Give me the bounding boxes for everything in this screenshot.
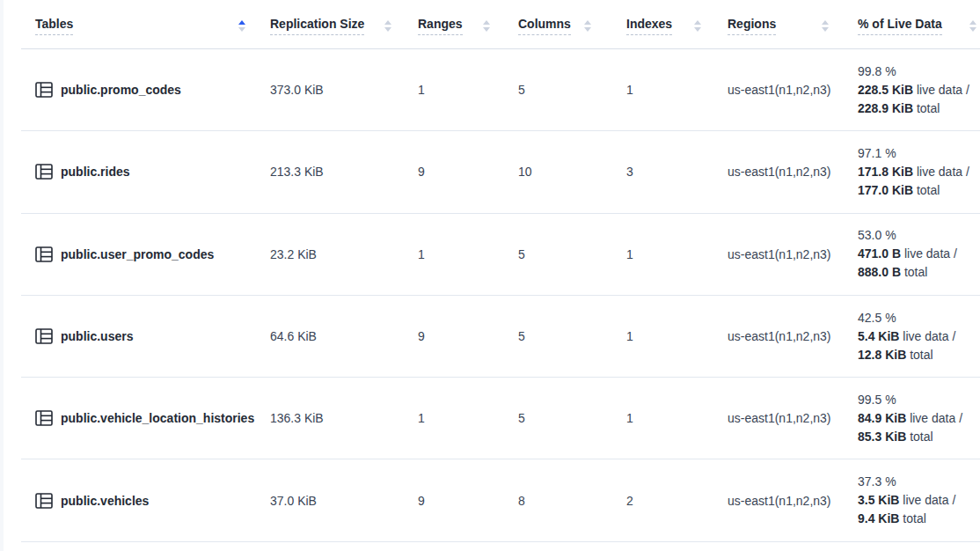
column-header-indexes[interactable]: Indexes: [603, 4, 713, 48]
sort-carets: [694, 20, 701, 32]
column-header-columns[interactable]: Columns: [501, 4, 603, 48]
total-size-value: 888.0 B: [858, 265, 901, 279]
table-grid-icon: [35, 246, 53, 262]
total-suffix: total: [904, 265, 927, 279]
live-data-cell: 99.5 % 84.9 KiB live data / 85.3 KiB tot…: [840, 391, 980, 446]
table-row: public.promo_codes 373.0 KiB 1 5 1 us-ea…: [21, 49, 980, 131]
columns-cell: 5: [501, 83, 603, 97]
columns-cell: 5: [501, 247, 603, 261]
table-name-cell[interactable]: public.user_promo_codes: [21, 246, 257, 262]
sort-asc-icon: [969, 20, 976, 25]
live-data-percent: 42.5 %: [858, 309, 980, 327]
total-size-value: 177.0 KiB: [858, 183, 913, 197]
table-grid-icon: [35, 328, 53, 344]
live-data-suffix: live data /: [903, 493, 955, 507]
table-name-link[interactable]: public.users: [61, 329, 133, 343]
table-row: public.user_promo_codes 23.2 KiB 1 5 1 u…: [21, 214, 980, 296]
ranges-cell: 1: [403, 411, 501, 425]
live-data-percent: 99.8 %: [858, 62, 980, 81]
total-size-value: 9.4 KiB: [858, 511, 899, 525]
live-data-size-line: 471.0 B live data /: [858, 245, 980, 263]
table-name-cell[interactable]: public.vehicle_location_histories: [21, 410, 257, 426]
regions-cell: us-east1(n1,n2,n3): [713, 411, 840, 425]
ranges-cell: 1: [403, 83, 501, 97]
live-data-cell: 42.5 % 5.4 KiB live data / 12.8 KiB tota…: [840, 309, 980, 364]
sort-asc-icon: [694, 20, 701, 25]
total-size-line: 85.3 KiB total: [858, 428, 980, 446]
total-suffix: total: [917, 101, 940, 115]
sort-asc-icon: [384, 20, 391, 25]
total-size-line: 9.4 KiB total: [858, 510, 980, 528]
replication-size-cell: 213.3 KiB: [257, 165, 403, 179]
table-row: public.vehicles 37.0 KiB 9 8 2 us-east1(…: [21, 459, 980, 541]
table-row: public.rides 213.3 KiB 9 10 3 us-east1(n…: [21, 131, 980, 213]
live-data-percent: 53.0 %: [858, 226, 980, 245]
live-data-percent: 99.5 %: [858, 391, 980, 409]
live-data-cell: 37.3 % 3.5 KiB live data / 9.4 KiB total: [840, 473, 980, 528]
column-header-regions[interactable]: Regions: [713, 4, 840, 48]
sort-carets: [384, 20, 391, 32]
column-header-columns-label: Columns: [518, 17, 571, 35]
sort-desc-icon: [822, 27, 829, 32]
live-data-cell: 99.8 % 228.5 KiB live data / 228.9 KiB t…: [840, 62, 980, 118]
table-name-link[interactable]: public.vehicle_location_histories: [61, 411, 254, 425]
table-name-link[interactable]: public.user_promo_codes: [61, 247, 214, 261]
total-size-value: 12.8 KiB: [858, 348, 906, 362]
indexes-cell: 1: [603, 411, 713, 425]
regions-cell: us-east1(n1,n2,n3): [713, 494, 840, 508]
sort-desc-icon: [483, 27, 490, 32]
sort-desc-icon: [584, 27, 591, 32]
sort-carets: [584, 20, 591, 32]
live-data-cell: 53.0 % 471.0 B live data / 888.0 B total: [840, 226, 980, 282]
sort-desc-icon: [694, 27, 701, 32]
regions-cell: us-east1(n1,n2,n3): [713, 329, 840, 343]
indexes-cell: 3: [603, 165, 713, 179]
column-header-live-data-label: % of Live Data: [858, 17, 942, 35]
live-size-value: 471.0 B: [858, 246, 901, 261]
sort-asc-icon: [483, 20, 490, 25]
column-header-ranges[interactable]: Ranges: [403, 4, 501, 48]
live-data-percent: 97.1 %: [858, 144, 980, 163]
columns-cell: 5: [501, 329, 603, 343]
column-header-ranges-label: Ranges: [418, 17, 463, 35]
replication-size-cell: 64.6 KiB: [257, 329, 403, 343]
ranges-cell: 1: [403, 247, 501, 261]
table-name-link[interactable]: public.vehicles: [61, 494, 149, 508]
total-size-line: 228.9 KiB total: [858, 99, 980, 118]
column-header-tables-label: Tables: [35, 17, 73, 35]
total-size-line: 888.0 B total: [858, 263, 980, 282]
columns-cell: 8: [501, 494, 603, 508]
live-data-cell: 97.1 % 171.8 KiB live data / 177.0 KiB t…: [840, 144, 980, 200]
table-name-cell[interactable]: public.users: [21, 328, 257, 344]
live-data-size-line: 228.5 KiB live data /: [858, 81, 980, 99]
replication-size-cell: 37.0 KiB: [257, 494, 403, 508]
live-data-suffix: live data /: [917, 165, 969, 179]
sort-desc-icon: [238, 27, 245, 32]
sort-carets: [822, 20, 829, 32]
total-suffix: total: [910, 348, 932, 362]
live-data-size-line: 171.8 KiB live data /: [858, 163, 980, 181]
column-header-regions-label: Regions: [728, 17, 776, 35]
sort-carets: [483, 20, 490, 32]
table-header-row: Tables Replication Size Ranges: [21, 0, 980, 49]
live-data-size-line: 5.4 KiB live data /: [858, 327, 980, 346]
table-name-link[interactable]: public.promo_codes: [61, 83, 181, 97]
columns-cell: 5: [501, 411, 603, 425]
column-header-tables[interactable]: Tables: [21, 4, 257, 48]
columns-cell: 10: [501, 165, 603, 179]
column-header-replication-size-label: Replication Size: [270, 17, 364, 35]
table-grid-icon: [35, 493, 53, 509]
column-header-replication-size[interactable]: Replication Size: [257, 4, 403, 48]
total-suffix: total: [903, 511, 925, 525]
column-header-live-data[interactable]: % of Live Data: [840, 4, 980, 48]
live-size-value: 228.5 KiB: [858, 83, 913, 97]
table-name-cell[interactable]: public.rides: [21, 164, 257, 180]
table-name-cell[interactable]: public.promo_codes: [21, 82, 257, 98]
indexes-cell: 1: [603, 329, 713, 343]
table-name-link[interactable]: public.rides: [61, 165, 130, 179]
table-name-cell[interactable]: public.vehicles: [21, 493, 257, 509]
table-grid-icon: [35, 410, 53, 426]
indexes-cell: 1: [603, 83, 713, 97]
table-grid-icon: [35, 164, 53, 180]
live-data-suffix: live data /: [917, 83, 969, 97]
